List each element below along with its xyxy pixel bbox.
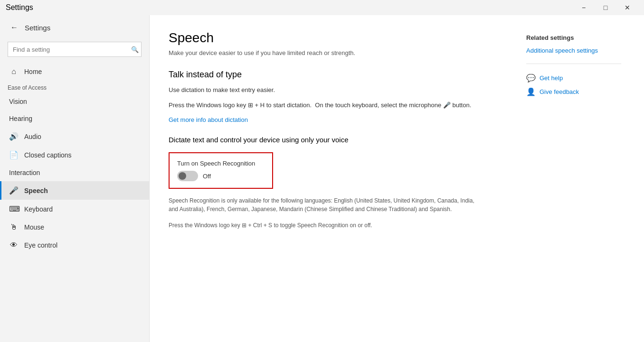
- get-help-icon: 💬: [526, 74, 536, 83]
- eye-control-icon: 👁: [9, 241, 19, 250]
- get-help-link[interactable]: Get help: [540, 74, 563, 82]
- page-title: Speech: [169, 30, 507, 46]
- section-title-talk: Talk instead of type: [169, 70, 507, 80]
- back-button[interactable]: ←: [8, 21, 21, 34]
- sidebar: ← Settings 🔍 ⌂ Home Ease of Access Visio…: [0, 15, 150, 342]
- title-bar: Settings − □ ✕: [0, 0, 644, 15]
- section-divider: [526, 64, 621, 64]
- speech-recognition-toggle-box: Turn on Speech Recognition Off: [169, 152, 273, 189]
- give-feedback-item[interactable]: 👤 Give feedback: [526, 87, 621, 96]
- sidebar-item-label: Vision: [9, 98, 27, 105]
- get-help-item[interactable]: 💬 Get help: [526, 74, 621, 83]
- sidebar-item-closed-captions[interactable]: 📄 Closed captions: [0, 146, 149, 164]
- speech-recognition-toggle[interactable]: [177, 171, 198, 181]
- mouse-icon: 🖱: [9, 223, 19, 231]
- page-subtitle: Make your device easier to use if you ha…: [169, 49, 507, 56]
- sidebar-item-hearing-category: Hearing: [0, 110, 149, 127]
- sidebar-app-title: Settings: [25, 24, 50, 32]
- keyboard-icon: ⌨: [9, 204, 19, 213]
- sidebar-item-keyboard[interactable]: ⌨ Keyboard: [0, 200, 149, 218]
- availability-text: Speech Recognition is only available for…: [169, 196, 482, 213]
- sidebar-item-home[interactable]: ⌂ Home: [0, 63, 149, 81]
- sidebar-item-eye-control[interactable]: 👁 Eye control: [0, 236, 149, 254]
- title-bar-controls: − □ ✕: [573, 0, 638, 15]
- subsection-title: Dictate text and control your device usi…: [169, 135, 507, 145]
- title-bar-left: Settings: [6, 3, 33, 12]
- sidebar-item-label: Eye control: [24, 241, 57, 249]
- maximize-button[interactable]: □: [595, 0, 616, 15]
- give-feedback-icon: 👤: [526, 87, 536, 96]
- right-panel: Related settings Additional speech setti…: [526, 30, 621, 327]
- app-body: ← Settings 🔍 ⌂ Home Ease of Access Visio…: [0, 15, 644, 342]
- sidebar-item-speech[interactable]: 🎤 Speech: [0, 181, 149, 200]
- closed-captions-icon: 📄: [9, 150, 19, 159]
- hearing-label: Hearing: [9, 115, 32, 122]
- search-input[interactable]: [8, 42, 142, 57]
- sidebar-item-label: Mouse: [24, 223, 44, 231]
- sidebar-item-label: Home: [24, 68, 42, 75]
- toggle-status: Off: [203, 173, 211, 180]
- shortcut-text: Press the Windows logo key ⊞ + Ctrl + S …: [169, 221, 482, 230]
- dictation-description1: Use dictation to make text entry easier.: [169, 85, 507, 95]
- home-icon: ⌂: [9, 67, 19, 76]
- toggle-row: Off: [177, 171, 265, 181]
- speech-icon: 🎤: [9, 186, 19, 195]
- dictation-description2: Press the Windows logo key ⊞ + H to star…: [169, 101, 507, 110]
- search-box: 🔍: [8, 42, 142, 57]
- sidebar-item-label: Keyboard: [24, 205, 53, 213]
- dictation-info-link[interactable]: Get more info about dictation: [169, 116, 248, 123]
- content-area: Speech Make your device easier to use if…: [169, 30, 507, 327]
- search-icon-button[interactable]: 🔍: [131, 46, 139, 53]
- toggle-label: Turn on Speech Recognition: [177, 160, 265, 167]
- sidebar-item-mouse[interactable]: 🖱 Mouse: [0, 218, 149, 236]
- audio-icon: 🔊: [9, 132, 19, 141]
- minimize-button[interactable]: −: [573, 0, 595, 15]
- title-bar-title: Settings: [6, 3, 33, 12]
- sidebar-item-label: Closed captions: [24, 151, 72, 159]
- sidebar-item-label: Speech: [24, 187, 48, 194]
- main-content: Speech Make your device easier to use if…: [150, 15, 644, 342]
- additional-speech-settings-link[interactable]: Additional speech settings: [526, 47, 621, 54]
- interaction-label: Interaction: [9, 169, 40, 176]
- sidebar-item-label: Audio: [24, 133, 41, 140]
- sidebar-item-vision[interactable]: Vision: [0, 93, 149, 110]
- ease-of-access-label: Ease of Access: [0, 81, 149, 93]
- sidebar-top: ← Settings: [0, 15, 149, 40]
- sidebar-item-interaction-category: Interaction: [0, 164, 149, 181]
- related-settings-title: Related settings: [526, 34, 621, 41]
- close-button[interactable]: ✕: [616, 0, 638, 15]
- sidebar-item-audio[interactable]: 🔊 Audio: [0, 127, 149, 146]
- give-feedback-link[interactable]: Give feedback: [540, 88, 579, 95]
